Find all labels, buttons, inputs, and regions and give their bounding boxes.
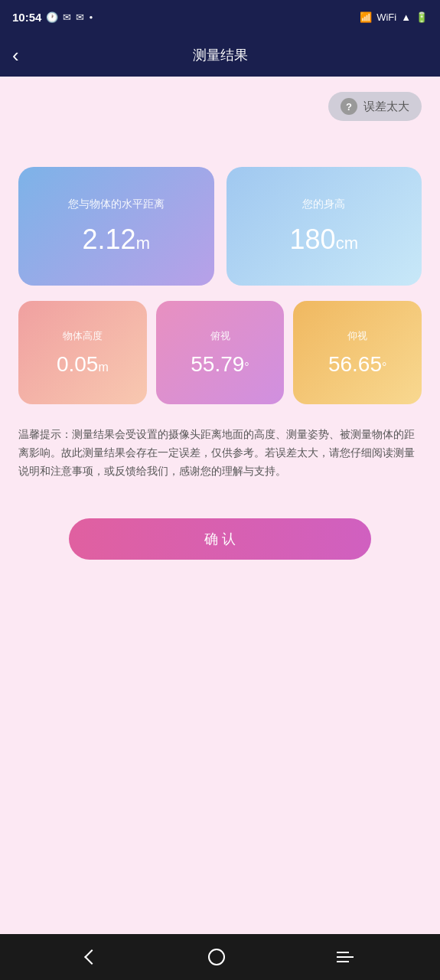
- card-user-height-label: 您的身高: [302, 198, 345, 211]
- email2-icon: ✉: [76, 11, 84, 23]
- error-label: 误差太大: [363, 100, 409, 114]
- error-tag[interactable]: ? 误差太大: [328, 92, 422, 121]
- dot-icon: ●: [89, 14, 93, 21]
- signal-icon: 📶: [360, 11, 372, 23]
- card-look-down-value: 55.79°: [191, 352, 249, 377]
- page-title: 测量结果: [193, 46, 248, 64]
- card-look-up: 仰视 56.65°: [293, 301, 422, 404]
- email-icon: ✉: [63, 11, 71, 23]
- card-user-height: 您的身高 180cm: [227, 167, 422, 286]
- bottom-menu-button[interactable]: [337, 952, 354, 962]
- back-button[interactable]: ‹: [12, 44, 19, 67]
- bottom-nav: [0, 934, 440, 980]
- card-distance: 您与物体的水平距离 2.12m: [18, 167, 214, 286]
- card-look-down: 俯视 55.79°: [156, 301, 285, 404]
- bottom-home-icon: [208, 949, 225, 965]
- bottom-menu-icon: [337, 952, 354, 962]
- alarm-icon: 🕐: [46, 11, 58, 23]
- card-look-up-label: 仰视: [347, 329, 367, 343]
- wifi-icon: WiFi: [376, 11, 396, 23]
- nav-bar: ‹ 测量结果: [0, 34, 440, 77]
- card-look-down-label: 俯视: [210, 329, 230, 343]
- card-object-height-value: 0.05m: [57, 352, 109, 377]
- tip-text: 温馨提示：测量结果会受设置的摄像头距离地面的高度、测量姿势、被测量物体的距离影响…: [18, 426, 422, 480]
- confirm-button[interactable]: 确 认: [69, 518, 371, 560]
- error-row: ? 误差太大: [18, 92, 422, 121]
- bottom-home-button[interactable]: [208, 949, 225, 965]
- card-object-height-label: 物体高度: [63, 329, 103, 343]
- main-content: ? 误差太大 您与物体的水平距离 2.12m 您的身高 180cm 物体高度 0…: [0, 77, 440, 934]
- back-icon: ‹: [12, 44, 19, 67]
- card-distance-value: 2.12m: [83, 224, 150, 256]
- card-object-height: 物体高度 0.05m: [18, 301, 147, 404]
- status-time: 10:54: [12, 11, 41, 24]
- card-distance-label: 您与物体的水平距离: [68, 198, 165, 211]
- battery-icon: 🔋: [416, 11, 428, 23]
- status-right: 📶 WiFi ▲ 🔋: [360, 11, 428, 23]
- cellular-icon: ▲: [401, 11, 411, 23]
- cards-row-1: 您与物体的水平距离 2.12m 您的身高 180cm: [18, 167, 422, 286]
- status-bar: 10:54 🕐 ✉ ✉ ● 📶 WiFi ▲ 🔋: [0, 0, 440, 34]
- card-look-up-value: 56.65°: [328, 352, 386, 377]
- bottom-back-icon: [86, 947, 97, 967]
- cards-row-2: 物体高度 0.05m 俯视 55.79° 仰视 56.65°: [18, 301, 422, 404]
- bottom-back-button[interactable]: [86, 947, 97, 967]
- card-user-height-value: 180cm: [290, 224, 358, 256]
- status-left: 10:54 🕐 ✉ ✉ ●: [12, 11, 93, 24]
- question-icon: ?: [341, 98, 357, 115]
